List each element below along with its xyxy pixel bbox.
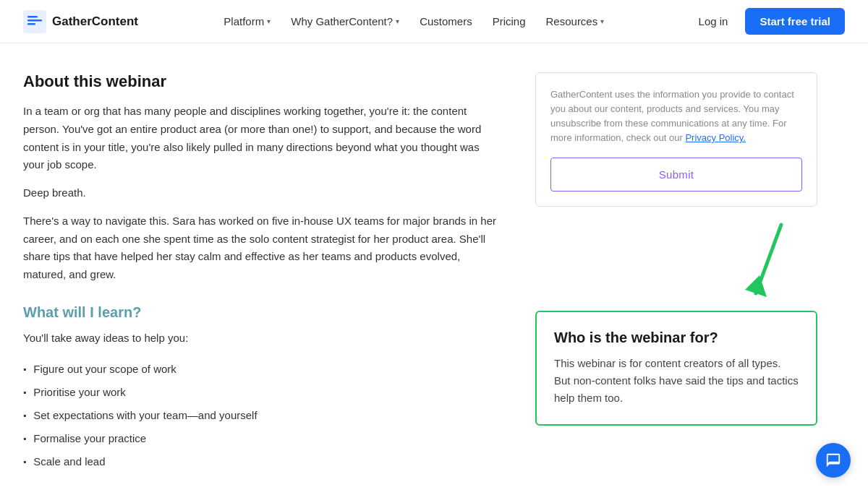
nav-resources[interactable]: Resources ▾ [537, 9, 613, 33]
svg-rect-0 [23, 10, 46, 33]
chevron-down-icon: ▾ [267, 17, 271, 25]
nav-links: Platform ▾ Why GatherContent? ▾ Customer… [215, 9, 613, 33]
chevron-down-icon: ▾ [396, 17, 399, 25]
webinar-for-text: This webinar is for content creators of … [554, 355, 799, 407]
about-paragraph-3: There's a way to navigate this. Sara has… [23, 212, 501, 284]
bullet-list: Figure out your scope of work Prioritise… [23, 358, 501, 473]
about-title: About this webinar [23, 72, 501, 91]
start-trial-button[interactable]: Start free trial [745, 8, 845, 35]
chat-bubble[interactable] [816, 443, 851, 478]
main-column: About this webinar In a team or org that… [23, 72, 501, 495]
learn-intro: You'll take away ideas to help you: [23, 330, 501, 348]
list-item: Prioritise your work [23, 381, 501, 404]
list-item: Scale and lead [23, 450, 501, 473]
webinar-for-title: Who is the webinar for? [554, 330, 799, 346]
svg-rect-1 [27, 16, 38, 18]
about-paragraph-1: In a team or org that has many people an… [23, 103, 501, 174]
logo-link[interactable]: GatherContent [23, 10, 138, 33]
svg-rect-3 [27, 23, 35, 25]
nav-why[interactable]: Why GatherContent? ▾ [282, 9, 408, 33]
logo-icon [23, 10, 46, 33]
navbar: GatherContent Platform ▾ Why GatherConte… [0, 0, 868, 43]
nav-platform[interactable]: Platform ▾ [215, 9, 279, 33]
nav-actions: Log in Start free trial [690, 8, 845, 35]
submit-button[interactable]: Submit [550, 158, 802, 191]
nav-pricing[interactable]: Pricing [484, 9, 535, 33]
webinar-for-card: Who is the webinar for? This webinar is … [535, 311, 817, 426]
logo-text: GatherContent [52, 14, 138, 29]
arrow-annotation [535, 221, 817, 308]
form-card: GatherContent uses the information you p… [535, 72, 817, 207]
chat-icon [825, 452, 841, 468]
login-link[interactable]: Log in [690, 9, 737, 33]
page-content: About this webinar In a team or org that… [0, 43, 868, 495]
about-paragraph-2: Deep breath. [23, 184, 501, 202]
chevron-down-icon: ▾ [600, 17, 604, 25]
sidebar-column: GatherContent uses the information you p… [535, 72, 817, 495]
list-item: Set expectations with your team—and your… [23, 404, 501, 427]
list-item: Figure out your scope of work [23, 358, 501, 381]
nav-customers[interactable]: Customers [411, 9, 481, 33]
privacy-text: GatherContent uses the information you p… [550, 87, 802, 146]
green-arrow-icon [738, 221, 796, 308]
svg-rect-2 [27, 20, 42, 22]
learn-title: What will I learn? [23, 304, 501, 321]
privacy-link[interactable]: Privacy Policy. [685, 132, 746, 143]
list-item: Formalise your practice [23, 427, 501, 450]
